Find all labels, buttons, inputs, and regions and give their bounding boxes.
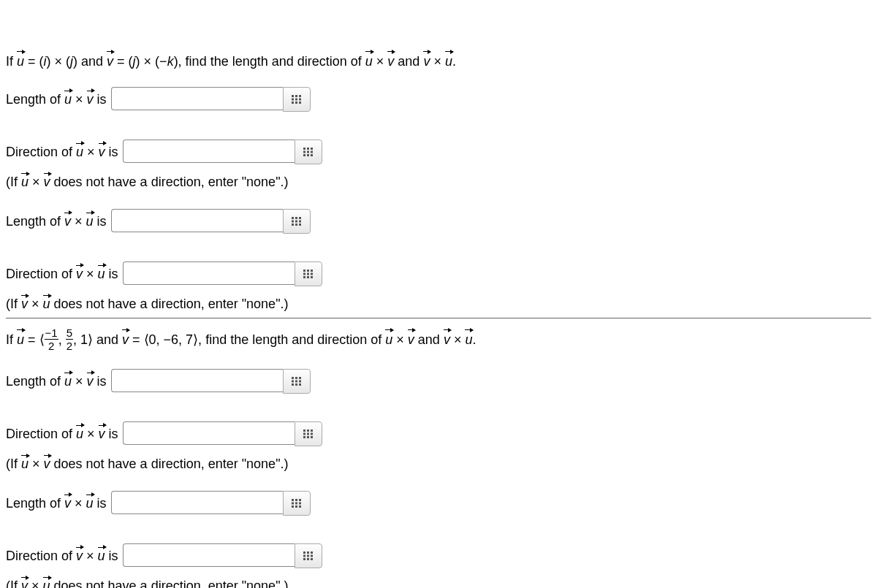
svg-rect-30 <box>303 273 305 275</box>
svg-rect-21 <box>292 221 294 223</box>
svg-rect-31 <box>307 273 309 275</box>
svg-rect-41 <box>299 381 301 383</box>
svg-rect-7 <box>295 102 297 104</box>
svg-rect-29 <box>311 270 313 272</box>
svg-rect-24 <box>292 224 294 226</box>
svg-rect-19 <box>295 217 297 219</box>
svg-rect-18 <box>292 217 294 219</box>
p2-direction-uv-label: Direction of u × v is <box>6 427 118 442</box>
svg-rect-56 <box>299 499 301 501</box>
svg-rect-66 <box>303 555 305 557</box>
p2-length-vu-label: Length of v × u is <box>6 496 107 511</box>
svg-rect-40 <box>295 381 297 383</box>
equation-editor-icon[interactable] <box>295 261 322 286</box>
svg-rect-42 <box>292 383 294 386</box>
svg-rect-33 <box>303 276 305 278</box>
p2-length-uv-input[interactable] <box>111 369 283 392</box>
p1-length-vu-label: Length of v × u is <box>6 214 107 229</box>
svg-rect-2 <box>299 95 301 97</box>
equation-editor-icon[interactable] <box>295 140 322 164</box>
p1-hint-vu: (If v × u does not have a direction, ent… <box>6 297 871 312</box>
svg-rect-9 <box>303 148 305 150</box>
svg-rect-34 <box>307 276 309 278</box>
svg-rect-14 <box>311 151 313 153</box>
svg-rect-43 <box>295 383 297 386</box>
p1-hint-uv: (If u × v does not have a direction, ent… <box>6 175 871 190</box>
p1-length-vu-input[interactable] <box>111 209 283 232</box>
svg-rect-12 <box>303 151 305 153</box>
svg-rect-17 <box>311 154 313 156</box>
p1-direction-uv-label: Direction of u × v is <box>6 145 118 160</box>
svg-rect-51 <box>303 436 305 438</box>
svg-rect-60 <box>292 505 294 508</box>
separator <box>6 318 871 318</box>
equation-editor-icon[interactable] <box>283 87 311 112</box>
svg-rect-69 <box>303 558 305 560</box>
svg-rect-49 <box>307 433 309 435</box>
svg-rect-10 <box>307 148 309 150</box>
svg-rect-39 <box>292 381 294 383</box>
logo-placeholder <box>4 4 38 34</box>
svg-rect-28 <box>307 270 309 272</box>
p2-length-vu-input[interactable] <box>111 491 283 514</box>
p2-hint-uv: (If u × v does not have a direction, ent… <box>6 457 871 472</box>
svg-rect-15 <box>303 154 305 156</box>
p1-direction-vu-input[interactable] <box>123 261 295 285</box>
svg-rect-38 <box>299 377 301 379</box>
svg-rect-54 <box>292 499 294 501</box>
svg-rect-55 <box>295 499 297 501</box>
svg-rect-57 <box>292 503 294 505</box>
p2-direction-vu-input[interactable] <box>123 543 295 567</box>
equation-editor-icon[interactable] <box>283 209 311 234</box>
svg-rect-11 <box>311 148 313 150</box>
svg-rect-35 <box>311 276 313 278</box>
p2-length-uv-label: Length of u × v is <box>6 374 107 389</box>
svg-rect-68 <box>311 555 313 557</box>
svg-rect-67 <box>307 555 309 557</box>
svg-rect-23 <box>299 221 301 223</box>
svg-rect-45 <box>303 429 305 432</box>
svg-rect-71 <box>311 558 313 560</box>
svg-rect-53 <box>311 436 313 438</box>
p1-direction-uv-input[interactable] <box>123 140 295 163</box>
svg-rect-6 <box>292 102 294 104</box>
equation-editor-icon[interactable] <box>295 543 322 568</box>
svg-rect-1 <box>295 95 297 97</box>
svg-rect-4 <box>295 99 297 101</box>
svg-rect-22 <box>295 221 297 223</box>
svg-rect-62 <box>299 505 301 508</box>
svg-rect-3 <box>292 99 294 101</box>
svg-rect-8 <box>299 102 301 104</box>
p2-direction-uv-input[interactable] <box>123 421 295 445</box>
svg-rect-52 <box>307 436 309 438</box>
equation-editor-icon[interactable] <box>283 491 311 516</box>
svg-rect-25 <box>295 224 297 226</box>
svg-rect-47 <box>311 429 313 432</box>
p1-direction-vu-label: Direction of v × u is <box>6 267 118 282</box>
svg-rect-46 <box>307 429 309 432</box>
svg-rect-63 <box>303 551 305 554</box>
svg-rect-5 <box>299 99 301 101</box>
svg-rect-36 <box>292 377 294 379</box>
svg-rect-0 <box>292 95 294 97</box>
svg-rect-32 <box>311 273 313 275</box>
equation-editor-icon[interactable] <box>295 421 322 446</box>
svg-rect-37 <box>295 377 297 379</box>
p2-hint-vu: (If v × u does not have a direction, ent… <box>6 579 871 588</box>
svg-rect-59 <box>299 503 301 505</box>
svg-rect-16 <box>307 154 309 156</box>
svg-rect-70 <box>307 558 309 560</box>
problem2-prompt: If u = ⟨−12, 52, 1⟩ and v = ⟨0, −6, 7⟩, … <box>6 329 871 353</box>
svg-rect-20 <box>299 217 301 219</box>
svg-rect-26 <box>299 224 301 226</box>
svg-rect-13 <box>307 151 309 153</box>
p2-direction-vu-label: Direction of v × u is <box>6 549 118 564</box>
p1-length-uv-input[interactable] <box>111 87 283 110</box>
svg-rect-58 <box>295 503 297 505</box>
svg-rect-61 <box>295 505 297 508</box>
svg-rect-64 <box>307 551 309 554</box>
svg-rect-27 <box>303 270 305 272</box>
svg-rect-65 <box>311 551 313 554</box>
equation-editor-icon[interactable] <box>283 369 311 394</box>
p1-length-uv-label: Length of u × v is <box>6 92 107 107</box>
